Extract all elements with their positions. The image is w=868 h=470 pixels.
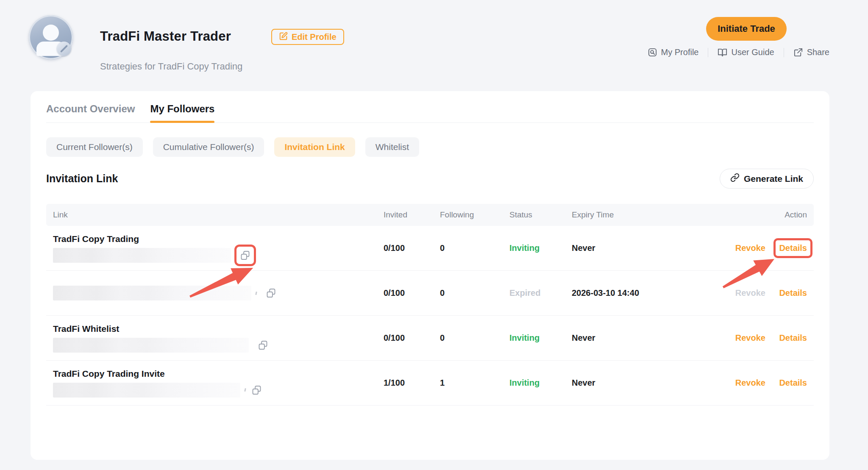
- following-value: 0: [440, 288, 509, 298]
- avatar-badge-icon: [57, 42, 71, 56]
- main-card: Account Overview My Followers Current Fo…: [31, 91, 829, 460]
- details-label: Details: [779, 243, 807, 253]
- redacted-link: [53, 338, 249, 353]
- invited-value: 0/100: [384, 333, 440, 343]
- copy-link-button[interactable]: [257, 339, 269, 351]
- following-value: 0: [440, 243, 509, 253]
- link-title: TradFi Whitelist: [53, 324, 384, 334]
- expiry-value: 2026-03-10 14:40: [572, 288, 712, 298]
- following-value: 0: [440, 333, 509, 343]
- table-row: 0/100 0 Expired 2026-03-10 14:40 Revoke …: [46, 271, 814, 316]
- avatar: [29, 15, 73, 59]
- tab-bar: Account Overview My Followers: [46, 103, 814, 123]
- copy-link-button[interactable]: [265, 287, 277, 299]
- table-header-row: Link Invited Following Status Expiry Tim…: [46, 204, 814, 226]
- details-button[interactable]: Details: [779, 333, 807, 343]
- blur-artifact: [255, 291, 257, 295]
- details-label: Details: [779, 288, 807, 298]
- expiry-value: Never: [572, 333, 712, 343]
- redacted-link: [53, 248, 231, 263]
- section-header-row: Invitation Link Generate Link: [46, 169, 814, 189]
- link-title: TradFi Copy Trading: [53, 234, 384, 244]
- table-row: TradFi Copy Trading Invite 1/100 1 Invit…: [46, 361, 814, 406]
- tab-my-followers[interactable]: My Followers: [150, 103, 214, 116]
- section-title: Invitation Link: [46, 172, 118, 185]
- table-row: TradFi Copy Trading 0/100 0 Inviting Nev…: [46, 226, 814, 271]
- edit-icon: [279, 31, 288, 43]
- details-button[interactable]: Details: [779, 288, 807, 298]
- filter-current-followers[interactable]: Current Follower(s): [46, 137, 143, 157]
- page-title: TradFi Master Trader: [100, 29, 231, 44]
- profile-search-icon: [648, 47, 657, 57]
- link-title: TradFi Copy Trading Invite: [53, 369, 384, 379]
- my-profile-link[interactable]: My Profile: [648, 47, 699, 57]
- table-row: TradFi Whitelist 0/100 0 Inviting Never …: [46, 316, 814, 361]
- col-header-following: Following: [440, 210, 509, 220]
- revoke-button[interactable]: Revoke: [735, 333, 765, 342]
- status-badge: Expired: [509, 288, 540, 298]
- redacted-link: [53, 383, 240, 398]
- chain-link-icon: [730, 173, 740, 184]
- col-header-action: Action: [712, 210, 814, 220]
- share-link[interactable]: Share: [793, 47, 829, 57]
- col-header-status: Status: [509, 210, 572, 220]
- status-badge: Inviting: [509, 378, 540, 387]
- page-subtitle: Strategies for TradFi Copy Trading: [100, 61, 242, 72]
- col-header-invited: Invited: [384, 210, 440, 220]
- generate-link-button[interactable]: Generate Link: [720, 169, 814, 189]
- edit-profile-button[interactable]: Edit Profile: [271, 29, 344, 45]
- details-button[interactable]: Details: [779, 243, 807, 253]
- share-label: Share: [807, 47, 829, 57]
- status-badge: Inviting: [509, 333, 540, 342]
- blur-artifact: [244, 388, 246, 392]
- filter-whitelist[interactable]: Whitelist: [365, 137, 419, 157]
- filter-invitation-link[interactable]: Invitation Link: [274, 137, 355, 157]
- utility-links: My Profile User Guide Share: [648, 47, 829, 57]
- invitation-link-table: Link Invited Following Status Expiry Tim…: [46, 204, 814, 406]
- details-label: Details: [779, 333, 807, 342]
- divider: [784, 48, 784, 57]
- copy-link-button[interactable]: [239, 250, 251, 261]
- revoke-button[interactable]: Revoke: [735, 243, 765, 253]
- initiate-trade-button[interactable]: Initiate Trade: [706, 17, 787, 41]
- generate-link-label: Generate Link: [744, 174, 803, 184]
- expiry-value: Never: [572, 243, 712, 253]
- filter-cumulative-followers[interactable]: Cumulative Follower(s): [153, 137, 264, 157]
- book-icon: [718, 47, 727, 57]
- invited-value: 0/100: [384, 243, 440, 253]
- invited-value: 1/100: [384, 378, 440, 388]
- invited-value: 0/100: [384, 288, 440, 298]
- revoke-button-disabled: Revoke: [735, 288, 765, 298]
- details-label: Details: [779, 378, 807, 387]
- tab-account-overview[interactable]: Account Overview: [46, 103, 135, 116]
- redacted-link: [53, 286, 251, 300]
- external-link-icon: [793, 47, 803, 57]
- col-header-link: Link: [46, 210, 384, 220]
- divider: [708, 48, 708, 57]
- status-badge: Inviting: [509, 243, 540, 253]
- user-guide-link[interactable]: User Guide: [718, 47, 774, 57]
- user-guide-label: User Guide: [731, 47, 774, 57]
- expiry-value: Never: [572, 378, 712, 388]
- copy-link-button[interactable]: [251, 384, 262, 396]
- revoke-button[interactable]: Revoke: [735, 378, 765, 387]
- following-value: 1: [440, 378, 509, 388]
- edit-profile-label: Edit Profile: [292, 32, 337, 42]
- my-profile-label: My Profile: [661, 47, 699, 57]
- col-header-expiry-time: Expiry Time: [572, 210, 712, 220]
- details-button[interactable]: Details: [779, 378, 807, 388]
- avatar-head-shape: [43, 25, 59, 41]
- follower-filter-row: Current Follower(s) Cumulative Follower(…: [46, 137, 814, 157]
